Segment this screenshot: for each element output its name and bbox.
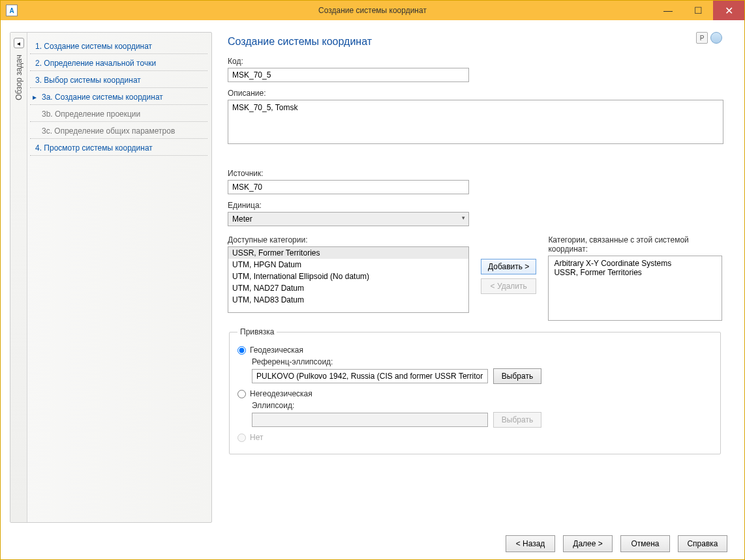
ellips-label: Эллипсоид: (252, 401, 712, 410)
footer: < Назад Далее > Отмена Справка (1, 529, 744, 559)
minimize-button[interactable]: — (653, 1, 683, 20)
ref-ellips-input[interactable] (252, 369, 488, 383)
maximize-button[interactable]: ☐ (683, 1, 713, 20)
add-category-button[interactable]: Добавить > (481, 259, 536, 274)
choose-ellips-button: Выбрать (493, 412, 541, 428)
titlebar: A Создание системы координат — ☐ ✕ (1, 1, 744, 20)
associated-label: Категории, связанные с этой системой коо… (548, 235, 722, 254)
none-radio-row: Нет (237, 433, 712, 442)
ref-ellips-label: Референц-эллипсоид: (252, 357, 712, 366)
none-radio (237, 434, 246, 442)
available-categories-list[interactable]: USSR, Former Territories UTM, HPGN Datum… (228, 246, 469, 313)
nav-item-step3c[interactable]: 3c. Определение общих параметров (30, 124, 207, 139)
nav-item-step2[interactable]: 2. Определение начальной точки (30, 56, 207, 71)
nav-item-step3b[interactable]: 3b. Определение проекции (30, 107, 207, 122)
park-icon[interactable]: P (696, 32, 708, 44)
cancel-button[interactable]: Отмена (620, 535, 670, 552)
desc-input[interactable]: MSK_70_5, Tomsk (228, 100, 723, 144)
nav-item-step3a[interactable]: 3a. Создание системы координат (30, 90, 207, 105)
assoc-option[interactable]: USSR, Former Territories (554, 268, 716, 277)
assoc-option[interactable]: Arbitrary X-Y Coordinate Systems (554, 259, 716, 268)
sidebar-tab: ◂ Обзор задач (10, 33, 27, 522)
unit-select[interactable]: Meter (228, 212, 469, 226)
window-title: Создание системы координат (318, 6, 427, 15)
source-label: Источник: (228, 169, 722, 178)
avail-option[interactable]: USSR, Former Territories (228, 247, 468, 259)
non-geodetic-radio-row[interactable]: Негеодезическая (237, 389, 712, 398)
main-panel: P Создание системы координат Код: Описан… (212, 32, 735, 523)
app-icon: A (6, 5, 18, 16)
next-button[interactable]: Далее > (563, 535, 613, 552)
close-button[interactable]: ✕ (713, 1, 744, 20)
nav-item-step1[interactable]: 1. Создание системы координат (30, 39, 207, 54)
code-label: Код: (228, 57, 722, 66)
non-geodetic-radio-label: Негеодезическая (250, 389, 312, 398)
help-button[interactable]: Справка (678, 535, 727, 552)
globe-icon[interactable] (710, 32, 722, 44)
page-title: Создание системы координат (228, 36, 722, 48)
desc-label: Описание: (228, 89, 722, 98)
avail-option[interactable]: UTM, HPGN Datum (228, 259, 468, 271)
reference-fieldset: Привязка Геодезическая Референц-эллипсои… (229, 327, 721, 454)
back-button[interactable]: < Назад (506, 535, 555, 552)
none-radio-label: Нет (250, 433, 263, 442)
code-input[interactable] (228, 68, 469, 82)
available-label: Доступные категории: (228, 235, 469, 244)
collapse-sidebar-icon[interactable]: ◂ (14, 38, 24, 48)
remove-category-button: < Удалить (481, 278, 536, 294)
window-frame: A Создание системы координат — ☐ ✕ ◂ Обз… (0, 0, 745, 560)
avail-option[interactable]: UTM, NAD83 Datum (228, 294, 468, 306)
geodetic-radio-row[interactable]: Геодезическая (237, 346, 712, 355)
content-area: ◂ Обзор задач 1. Создание системы коорди… (1, 20, 744, 529)
associated-categories-list[interactable]: Arbitrary X-Y Coordinate Systems USSR, F… (548, 256, 722, 321)
unit-label: Единица: (228, 201, 722, 210)
geodetic-radio-label: Геодезическая (250, 346, 303, 355)
nav-item-step4[interactable]: 4. Просмотр системы координат (30, 141, 207, 156)
choose-ref-ellips-button[interactable]: Выбрать (493, 368, 541, 384)
non-geodetic-radio[interactable] (237, 390, 246, 398)
source-input[interactable] (228, 180, 469, 194)
avail-option[interactable]: UTM, NAD27 Datum (228, 282, 468, 294)
nav-list: 1. Создание системы координат 2. Определ… (27, 33, 211, 522)
ellips-input (252, 413, 488, 427)
reference-legend: Привязка (237, 327, 277, 336)
geodetic-radio[interactable] (237, 346, 246, 355)
sidebar: ◂ Обзор задач 1. Создание системы коорди… (10, 32, 212, 523)
sidebar-tab-label: Обзор задач (14, 55, 23, 100)
nav-item-step3[interactable]: 3. Выбор системы координат (30, 73, 207, 88)
avail-option[interactable]: UTM, International Ellipsoid (No datum) (228, 271, 468, 282)
